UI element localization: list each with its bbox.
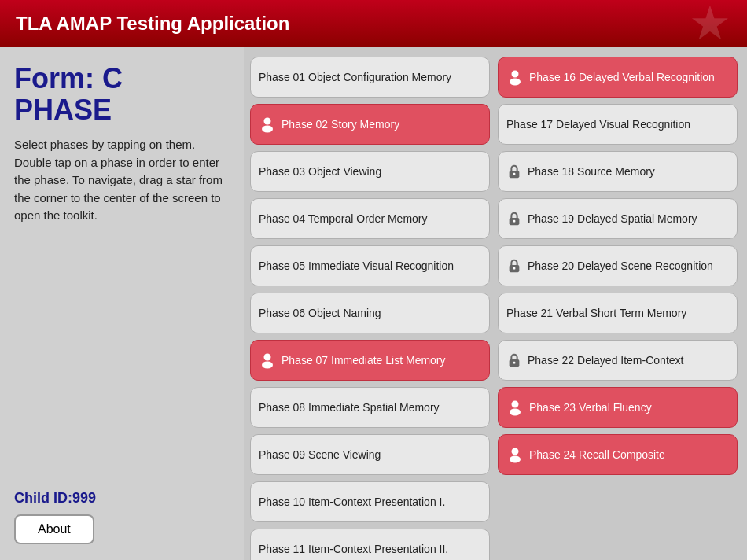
form-title: Form: CPHASE xyxy=(14,63,230,125)
phase-button-p16[interactable]: Phase 16 Delayed Verbal Recognition xyxy=(498,57,738,98)
phase-button-p18[interactable]: Phase 18 Source Memory xyxy=(498,151,738,192)
header-star-decoration: ★ xyxy=(689,0,731,47)
phase-button-p20[interactable]: Phase 20 Delayed Scene Recognition xyxy=(498,245,738,286)
phase-label-p06: Phase 06 Object Naming xyxy=(259,307,481,319)
phase-button-p10[interactable]: Phase 10 Item-Context Presentation I. xyxy=(250,481,490,522)
phase-label-p05: Phase 05 Immediate Visual Recognition xyxy=(259,260,481,272)
phase-label-p21: Phase 21 Verbal Short Term Memory xyxy=(506,307,729,319)
phase-button-p09[interactable]: Phase 09 Scene Viewing xyxy=(250,434,490,475)
phase-button-p23[interactable]: Phase 23 Verbal Fluency xyxy=(498,387,738,428)
phase-label-p10: Phase 10 Item-Context Presentation I. xyxy=(259,496,481,508)
svg-point-0 xyxy=(264,118,271,125)
phase-button-p22[interactable]: Phase 22 Delayed Item-Context xyxy=(498,340,738,381)
phase-label-p03: Phase 03 Object Viewing xyxy=(259,165,481,178)
phase-label-p04: Phase 04 Temporal Order Memory xyxy=(259,212,481,225)
phases-left-column: Phase 01 Object Configuration Memory Pha… xyxy=(250,57,490,551)
phase-label-p02: Phase 02 Story Memory xyxy=(282,118,481,131)
svg-point-12 xyxy=(512,71,519,78)
phase-button-p04[interactable]: Phase 04 Temporal Order Memory xyxy=(250,198,490,239)
sidebar-top: Form: CPHASE Select phases by tapping on… xyxy=(14,63,230,225)
main-content: Form: CPHASE Select phases by tapping on… xyxy=(0,47,747,560)
phase-button-p17[interactable]: Phase 17 Delayed Visual Recognition xyxy=(498,104,738,145)
phase-label-p11: Phase 11 Item-Context Presentation II. xyxy=(259,543,481,555)
svg-rect-19 xyxy=(513,267,516,270)
phase-label-p19: Phase 19 Delayed Spatial Memory xyxy=(528,212,729,225)
phase-label-p24: Phase 24 Recall Composite xyxy=(529,448,729,461)
svg-point-23 xyxy=(510,409,521,416)
phase-label-p22: Phase 22 Delayed Item-Context xyxy=(528,354,729,367)
phase-label-p08: Phase 08 Immediate Spatial Memory xyxy=(259,401,481,414)
phase-label-p18: Phase 18 Source Memory xyxy=(528,165,729,178)
phase-button-p06[interactable]: Phase 06 Object Naming xyxy=(250,293,490,333)
phase-button-p03[interactable]: Phase 03 Object Viewing xyxy=(250,151,490,192)
phase-label-p09: Phase 09 Scene Viewing xyxy=(259,448,481,461)
phase-button-p05[interactable]: Phase 05 Immediate Visual Recognition xyxy=(250,245,490,286)
phase-button-p07[interactable]: Phase 07 Immediate List Memory xyxy=(250,340,490,381)
sidebar: Form: CPHASE Select phases by tapping on… xyxy=(0,47,244,560)
svg-point-3 xyxy=(262,362,273,369)
svg-point-13 xyxy=(510,79,521,86)
instructions: Select phases by tapping on them. Double… xyxy=(14,136,230,225)
svg-rect-21 xyxy=(513,362,516,364)
phase-button-p19[interactable]: Phase 19 Delayed Spatial Memory xyxy=(498,198,738,239)
phase-label-p17: Phase 17 Delayed Visual Recognition xyxy=(506,118,729,131)
child-id: Child ID:999 xyxy=(14,490,230,507)
svg-point-22 xyxy=(512,401,519,408)
svg-point-2 xyxy=(264,354,271,361)
sidebar-bottom: Child ID:999 About xyxy=(14,490,230,544)
phase-label-p01: Phase 01 Object Configuration Memory xyxy=(259,71,481,83)
phase-button-p08[interactable]: Phase 08 Immediate Spatial Memory xyxy=(250,387,490,428)
about-button[interactable]: About xyxy=(14,514,94,544)
phase-label-p23: Phase 23 Verbal Fluency xyxy=(529,401,729,414)
phases-right-column: Phase 16 Delayed Verbal RecognitionPhase… xyxy=(498,57,738,551)
svg-point-25 xyxy=(510,456,521,463)
svg-point-24 xyxy=(512,448,519,455)
phase-label-p07: Phase 07 Immediate List Memory xyxy=(282,354,481,367)
phase-button-p01[interactable]: Phase 01 Object Configuration Memory xyxy=(250,57,490,98)
phase-button-p02[interactable]: Phase 02 Story Memory xyxy=(250,104,490,145)
svg-rect-17 xyxy=(513,220,516,223)
phase-button-p21[interactable]: Phase 21 Verbal Short Term Memory xyxy=(498,293,738,333)
phase-label-p16: Phase 16 Delayed Verbal Recognition xyxy=(529,71,729,83)
phase-label-p20: Phase 20 Delayed Scene Recognition xyxy=(528,260,729,272)
svg-rect-15 xyxy=(513,173,516,175)
app-header: TLA AMAP Testing Application ★ xyxy=(0,0,747,47)
phases-area: Phase 01 Object Configuration Memory Pha… xyxy=(244,47,747,560)
phase-button-p11[interactable]: Phase 11 Item-Context Presentation II. xyxy=(250,529,490,560)
svg-point-1 xyxy=(262,126,273,133)
phase-button-p24[interactable]: Phase 24 Recall Composite xyxy=(498,434,738,475)
app-title: TLA AMAP Testing Application xyxy=(16,13,289,35)
